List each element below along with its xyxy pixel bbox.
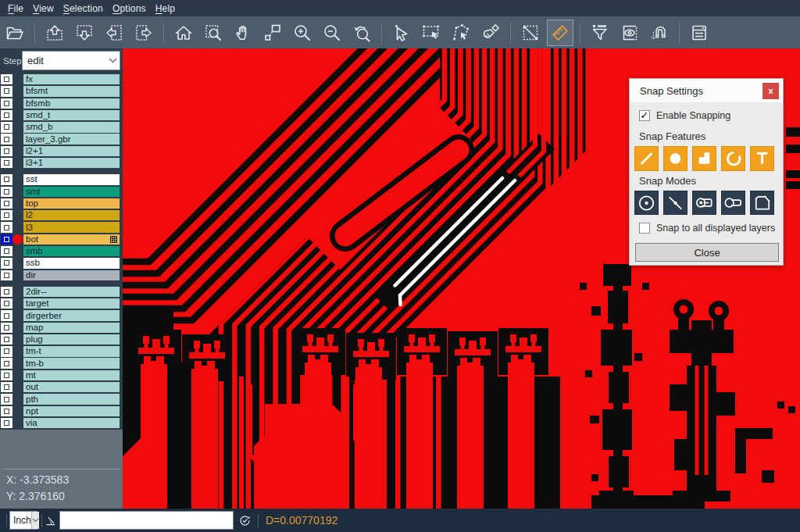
dialog-close-button[interactable]: x (762, 83, 779, 99)
layer-checkbox[interactable] (1, 418, 12, 428)
menu-file[interactable]: File (8, 3, 23, 14)
dialog-snap-pad-button[interactable] (663, 146, 688, 171)
layer-name-box[interactable]: mt (23, 370, 120, 380)
toolbar-zoom-in-button[interactable] (289, 20, 316, 46)
layer-name-box[interactable]: l2+1 (23, 146, 120, 156)
unit-combobox[interactable]: Inch (9, 511, 38, 530)
toolbar-clear-selection-button[interactable] (477, 20, 504, 46)
layer-checkbox[interactable] (1, 246, 12, 256)
layer-name-box[interactable]: tm-t (23, 346, 120, 356)
layer-name-box[interactable]: 2dir-- (23, 287, 120, 297)
toolbar-zoom-previous-button[interactable] (348, 20, 375, 46)
dialog-snap-line-button[interactable] (634, 146, 659, 171)
layer-name-box[interactable]: via (23, 418, 120, 428)
layer-checkbox[interactable] (1, 134, 12, 144)
layer-checkbox[interactable] (1, 370, 12, 380)
toolbar-filter-button[interactable] (587, 20, 613, 46)
layer-checkbox[interactable] (1, 287, 12, 297)
layer-name-box[interactable]: plug (23, 334, 120, 345)
layer-checkbox[interactable] (1, 158, 12, 168)
toolbar-select-rectangle-button[interactable] (418, 20, 445, 46)
toolbar-zoom-home-button[interactable] (170, 20, 197, 46)
coordinate-input[interactable] (59, 511, 234, 530)
dialog-snap-contour-button[interactable] (750, 191, 774, 215)
layer-checkbox[interactable] (1, 323, 12, 333)
layer-checkbox[interactable] (1, 122, 12, 132)
layer-checkbox[interactable] (1, 110, 12, 120)
layer-name-box[interactable]: bfsmt (23, 86, 120, 96)
layer-name-box[interactable]: out (23, 382, 120, 392)
toolbar-select-cursor-button[interactable] (388, 20, 415, 46)
layer-checkbox[interactable] (1, 298, 12, 309)
layer-name-box[interactable]: dir (23, 270, 120, 280)
layer-checkbox[interactable] (1, 346, 12, 356)
layer-name-box[interactable]: smt (23, 187, 120, 197)
toolbar-snap-button[interactable] (646, 20, 673, 46)
layer-checkbox[interactable] (1, 310, 12, 320)
layer-name-box[interactable]: tm-b (23, 358, 120, 368)
enable-snapping-checkbox[interactable]: ✓ (639, 110, 650, 121)
layer-checkbox[interactable] (1, 358, 12, 368)
toolbar-pan-hand-button[interactable] (230, 20, 256, 46)
dialog-snap-slot-button[interactable] (721, 191, 745, 215)
dialog-close-action-button[interactable]: Close (635, 243, 779, 262)
snap-all-layers-checkbox[interactable] (639, 223, 650, 234)
layer-checkbox[interactable] (1, 234, 12, 245)
layer-name-box[interactable]: l3 (23, 222, 120, 232)
layer-checkbox[interactable] (1, 394, 12, 404)
layer-name-box[interactable]: smd_b (23, 122, 120, 132)
layer-name-box[interactable]: dirgerber (23, 310, 120, 320)
dialog-snap-text-button[interactable] (750, 146, 774, 171)
layer-name-box[interactable]: map (23, 323, 120, 333)
layer-checkbox[interactable] (1, 406, 12, 416)
layer-checkbox[interactable] (1, 210, 12, 220)
angle-measure-icon[interactable] (45, 514, 57, 527)
layer-name-box[interactable]: pth (23, 394, 120, 404)
layer-name-box[interactable]: smb (23, 246, 120, 256)
layer-checkbox[interactable] (1, 382, 12, 392)
layer-name-box[interactable]: bot (23, 234, 120, 245)
toolbar-pan-right-button[interactable] (130, 20, 157, 46)
layer-name-box[interactable]: bfsmb (23, 98, 120, 109)
layer-name-box[interactable]: l3+1 (23, 158, 120, 168)
layer-checkbox[interactable] (1, 98, 12, 109)
toolbar-select-polygon-button[interactable] (448, 20, 474, 46)
chevron-down-icon[interactable] (105, 52, 120, 70)
layer-checkbox[interactable] (1, 174, 12, 184)
chevron-down-icon[interactable] (31, 512, 39, 529)
step-combobox[interactable]: edit (22, 51, 120, 70)
dialog-snap-center-button[interactable] (634, 191, 659, 215)
dialog-titlebar[interactable]: Snap Settings x (630, 79, 783, 102)
layer-checkbox[interactable] (1, 198, 12, 209)
toolbar-report-button[interactable] (686, 20, 712, 46)
toolbar-pan-left-button[interactable] (101, 20, 127, 46)
sync-check-icon[interactable] (238, 514, 252, 527)
toolbar-pan-down-button[interactable] (71, 20, 98, 46)
layer-name-box[interactable]: top (23, 198, 120, 209)
layer-name-box[interactable]: layer_3.gbr (23, 134, 120, 144)
layer-checkbox[interactable] (1, 74, 12, 84)
menu-selection[interactable]: Selection (63, 3, 103, 14)
layer-name-box[interactable]: ssb (23, 258, 120, 268)
layer-name-box[interactable]: l2 (23, 210, 120, 220)
menu-view[interactable]: View (33, 3, 54, 14)
menu-options[interactable]: Options (112, 3, 146, 14)
menu-help[interactable]: Help (155, 3, 176, 14)
layer-name-box[interactable]: smd_t (23, 110, 120, 120)
toolbar-measure-line-button[interactable] (517, 20, 544, 46)
toolbar-show-hide-button[interactable] (616, 20, 643, 46)
toolbar-measure-ruler-button[interactable] (547, 20, 573, 46)
toolbar-pan-up-button[interactable] (41, 20, 68, 46)
toolbar-zoom-out-button[interactable] (319, 20, 345, 46)
layer-checkbox[interactable] (1, 187, 12, 197)
toolbar-zoom-window-button[interactable] (200, 20, 227, 46)
layer-name-box[interactable]: npt (23, 406, 120, 416)
dialog-snap-surface-button[interactable] (692, 146, 716, 171)
layer-checkbox[interactable] (1, 146, 12, 156)
dialog-snap-arc-button[interactable] (721, 146, 745, 171)
layer-checkbox[interactable] (1, 270, 12, 280)
layer-checkbox[interactable] (1, 86, 12, 96)
layer-checkbox[interactable] (1, 222, 12, 232)
layer-checkbox[interactable] (1, 258, 12, 268)
layer-checkbox[interactable] (1, 334, 12, 345)
